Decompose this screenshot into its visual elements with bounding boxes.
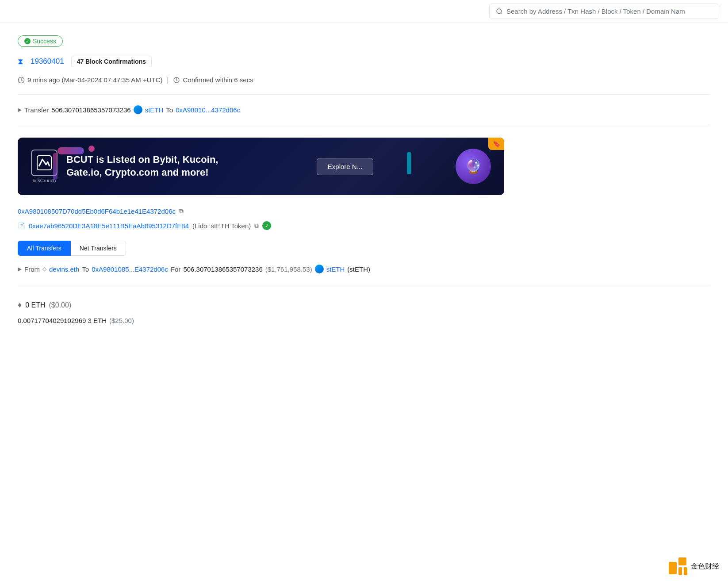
confirmations-badge: 47 Block Confirmations (71, 56, 152, 67)
token-link[interactable]: stETH (145, 106, 164, 114)
for-amount: 506.307013865357073236 (183, 265, 262, 273)
ad-explore-button[interactable]: Explore N... (317, 158, 373, 175)
time-row: 9 mins ago (Mar-04-2024 07:47:35 AM +UTC… (18, 76, 710, 95)
search-bar[interactable]: Search by Address / Txn Hash / Block / T… (489, 4, 719, 19)
ad-logo-text: bitsCrunch (33, 178, 56, 183)
eth-icon: ♦ (18, 300, 22, 310)
to-address-link-2[interactable]: 0xA9801085...E4372d06c (92, 265, 168, 273)
search-icon (496, 8, 503, 15)
from-ens-link[interactable]: devins.eth (49, 265, 79, 273)
block-info-row: ⧗ 19360401 47 Block Confirmations (18, 56, 710, 67)
transfer-row: ▶ Transfer 506.307013865357073236 stETH … (18, 105, 710, 125)
transfer-label: Transfer (24, 106, 49, 114)
copy-address-icon[interactable]: ⧉ (179, 207, 184, 215)
status-badge: ✓ Success (18, 35, 63, 47)
timer-icon (173, 77, 180, 84)
from-expand-arrow[interactable]: ▶ (18, 266, 22, 272)
fee-amount: 0.00717704029102969 3 ETH (18, 317, 107, 324)
expand-arrow[interactable]: ▶ (18, 107, 22, 113)
ad-teal-bar (407, 152, 411, 174)
from-address-row: 0xA980108507D70dd5Eb0d6F64b1e1e41E4372d0… (18, 207, 710, 215)
eth-usd: ($0.00) (49, 301, 72, 309)
copy-contract-icon[interactable]: ⧉ (254, 222, 259, 230)
contract-address-row: 📄 0xae7ab96520DE3A18E5e111B5EaAb095312D7… (18, 221, 710, 230)
ad-banner: 🔖 bitsCrunch BCUT is Listed on Bybit, Ku… (18, 138, 504, 195)
ad-coin-graphic: 🔮 (456, 149, 491, 184)
contract-address-link[interactable]: 0xae7ab96520DE3A18E5e111B5EaAb095312D7fE… (29, 222, 189, 230)
transfer-tabs: All Transfers Net Transfers (18, 241, 710, 256)
for-label: For (171, 265, 181, 273)
search-placeholder-text: Search by Address / Txn Hash / Block / T… (506, 8, 685, 15)
hourglass-icon: ⧗ (18, 57, 23, 66)
from-label: From (24, 265, 40, 273)
separator: | (167, 76, 169, 84)
eth-value-section: ♦ 0 ETH ($0.00) (18, 300, 710, 310)
eth-amount: 0 ETH (25, 301, 45, 309)
from-transfer-row: ▶ From ◇ devins.eth To 0xA9801085...E437… (18, 265, 710, 286)
to-label-2: To (82, 265, 89, 273)
ad-headline: BCUT is Listed on Bybit, Kucoin, Gate.io… (66, 154, 234, 179)
block-number-link[interactable]: 19360401 (31, 57, 64, 66)
addresses-section: 0xA980108507D70dd5Eb0d6F64b1e1e41E4372d0… (18, 207, 710, 230)
tab-net-transfers[interactable]: Net Transfers (71, 241, 126, 256)
fee-row: 0.00717704029102969 3 ETH ($25.00) (18, 317, 710, 324)
document-icon: 📄 (18, 222, 25, 229)
tab-all-transfers[interactable]: All Transfers (18, 241, 71, 256)
transfer-amount: 506.307013865357073236 (51, 106, 130, 114)
svg-line-1 (501, 13, 502, 14)
header: Search by Address / Txn Hash / Block / T… (0, 0, 728, 23)
verified-icon: ✓ (262, 221, 271, 230)
from-address-link[interactable]: 0xA980108507D70dd5Eb0d6F64b1e1e41E4372d0… (18, 207, 176, 215)
steth-token-icon (134, 105, 142, 114)
steth-token-icon-2 (315, 265, 324, 273)
to-label: To (166, 106, 173, 114)
ad-decoration-pill (57, 147, 84, 154)
ad-corner-badge: 🔖 (488, 138, 504, 150)
confirmed-within-text: Confirmed within 6 secs (183, 76, 253, 84)
time-ago-text: 9 mins ago (Mar-04-2024 07:47:35 AM +UTC… (27, 76, 163, 84)
token-link-2[interactable]: stETH (326, 265, 345, 273)
clock-icon (18, 77, 25, 84)
main-content: ✓ Success ⧗ 19360401 47 Block Confirmati… (0, 23, 728, 337)
to-address-link[interactable]: 0xA98010...4372d06c (176, 106, 240, 114)
status-label: Success (33, 38, 56, 45)
check-icon: ✓ (24, 38, 31, 44)
eth-value-row: ♦ 0 ETH ($0.00) (18, 300, 710, 310)
usd-value: ($1,761,958.53) (265, 265, 312, 273)
fee-usd: ($25.00) (109, 317, 134, 324)
token-full-label: (stETH) (347, 265, 370, 273)
contract-label: (Lido: stETH Token) (192, 222, 251, 230)
ad-bar-left (53, 153, 57, 180)
svg-point-0 (497, 9, 502, 14)
ens-diamond-icon: ◇ (42, 266, 46, 272)
ad-decoration-dot (88, 146, 95, 152)
ad-left-section: bitsCrunch BCUT is Listed on Bybit, Kuco… (31, 150, 234, 183)
